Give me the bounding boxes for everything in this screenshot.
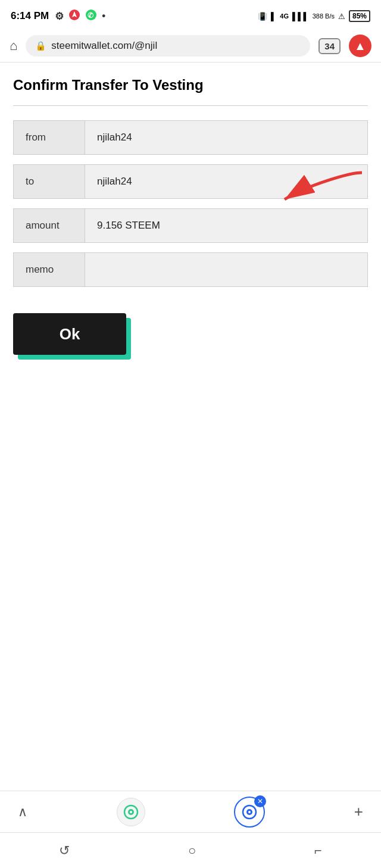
browser-bar: ⌂ 🔒 steemitwallet.com/@njil 34 ▲: [0, 30, 381, 63]
system-nav: ↺ ○ ⌐: [0, 832, 381, 868]
battery-indicator: 85%: [349, 10, 370, 22]
to-label: to: [14, 165, 85, 198]
url-text: steemitwallet.com/@njil: [51, 40, 157, 52]
to-row: to njilah24: [13, 164, 368, 199]
main-content: Confirm Transfer To Vesting from njilah2…: [0, 63, 381, 367]
amount-value: 9.156 STEEM: [85, 209, 367, 242]
from-label: from: [14, 121, 85, 154]
recents-button[interactable]: ⌐: [314, 843, 322, 858]
warning-icon: ⚠: [338, 12, 345, 21]
network-speed: 388 B/s: [313, 13, 335, 20]
signal-bars-1: ▌: [271, 12, 276, 21]
nav-plus-button[interactable]: +: [354, 803, 363, 821]
from-row: from njilah24: [13, 120, 368, 155]
ok-button-wrapper[interactable]: Ok: [13, 313, 126, 355]
page-title: Confirm Transfer To Vesting: [13, 77, 368, 93]
status-time: 6:14 PM: [11, 10, 49, 22]
amount-row-wrapper: amount 9.156 STEEM: [13, 208, 368, 243]
url-bar[interactable]: 🔒 steemitwallet.com/@njil: [26, 35, 310, 57]
nav-chevron-up[interactable]: ∧: [18, 804, 27, 820]
svg-text:✆: ✆: [88, 11, 94, 20]
network-4g: 4G: [280, 13, 289, 20]
vibrate-icon: 📳: [258, 12, 267, 21]
gear-icon: ⚙: [55, 10, 64, 23]
upload-icon: ▲: [354, 39, 366, 53]
signal-bars-2: ▌▌▌: [292, 12, 309, 21]
svg-point-9: [248, 811, 251, 813]
nav-browser-icon-1[interactable]: [117, 798, 145, 826]
bottom-nav: ∧ ✕ +: [0, 791, 381, 832]
back-button[interactable]: ↺: [59, 843, 70, 858]
amount-row: amount 9.156 STEEM: [13, 208, 368, 243]
to-value: njilah24: [85, 165, 367, 198]
amount-label: amount: [14, 209, 85, 242]
home-button[interactable]: ⌂: [10, 38, 17, 54]
nav-close-badge[interactable]: ✕: [254, 795, 266, 807]
ok-button[interactable]: Ok: [13, 313, 126, 355]
status-right: 📳 ▌ 4G ▌▌▌ 388 B/s ⚠ 85%: [258, 10, 370, 22]
memo-row: memo: [13, 252, 368, 287]
vivaldi-icon: [68, 9, 80, 24]
whatsapp-icon: ✆: [85, 9, 97, 24]
status-bar: 6:14 PM ⚙ ✆ • 📳 ▌ 4G ▌▌▌ 388 B/s ⚠ 85%: [0, 0, 381, 30]
divider: [13, 105, 368, 106]
memo-label: memo: [14, 253, 85, 286]
memo-value: [85, 253, 367, 286]
upload-button[interactable]: ▲: [349, 35, 371, 57]
lock-icon: 🔒: [35, 40, 46, 51]
home-sys-button[interactable]: ○: [188, 843, 196, 858]
svg-point-6: [130, 811, 132, 813]
dot-icon: •: [102, 10, 105, 22]
from-value: njilah24: [85, 121, 367, 154]
tab-count[interactable]: 34: [318, 38, 341, 54]
nav-browser-icon-2[interactable]: ✕: [234, 797, 265, 828]
